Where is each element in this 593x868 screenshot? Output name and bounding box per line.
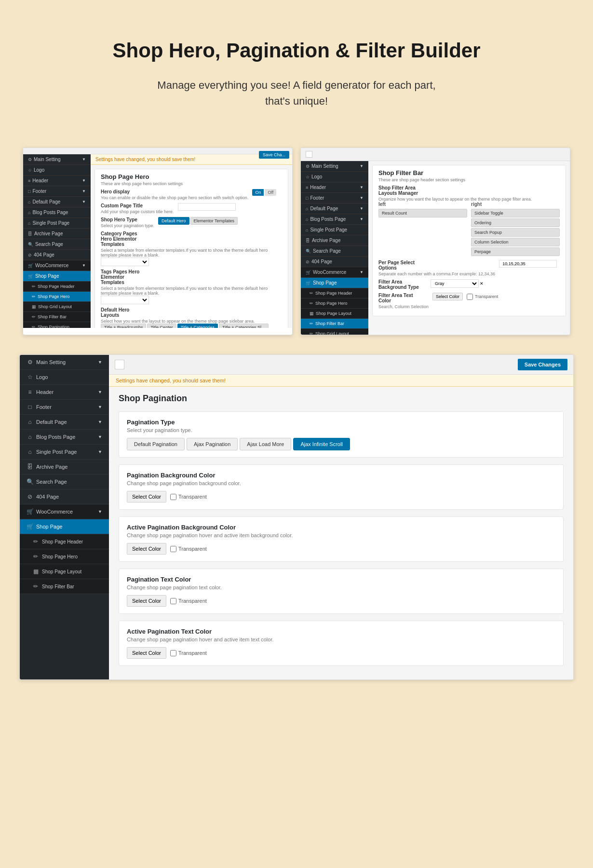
sidebar2-shop-layout[interactable]: ▦ Shop Page Layout [301, 309, 368, 319]
sidebar2-default-page[interactable]: ⌂ Default Page ▼ [301, 203, 368, 214]
sidebar2-archive[interactable]: 🗄 Archive Page [301, 235, 368, 246]
sidebar2-single-post[interactable]: ⌂ Single Post Page [301, 225, 368, 235]
panel-right-body: ⚙ Main Setting ▼ ☆ Logo ≡ Header ▼ □ Foo… [301, 161, 570, 335]
edit-icon: ✏ [310, 291, 313, 296]
bottom-sidebar-shop-filter[interactable]: ✏ Shop Filter Bar [20, 579, 109, 594]
pagination-bg-select-color-btn[interactable]: Select Color [127, 491, 166, 502]
filter-column-selection[interactable]: Column Selection [471, 238, 560, 246]
bottom-sidebar-main-setting[interactable]: ⚙ Main Setting ▼ [20, 355, 109, 370]
filter-ordering[interactable]: Ordering [471, 218, 560, 227]
bottom-sidebar-shop-layout[interactable]: ▦ Shop Page Layout [20, 564, 109, 579]
per-page-input[interactable] [499, 260, 557, 268]
panel-left-topbar: Save Cha... [23, 148, 292, 154]
sidebar-shop-pagination[interactable]: ✏ Shop Pagination [23, 322, 91, 328]
filter-result-count[interactable]: Result Count [378, 209, 467, 217]
filter-search-popup[interactable]: Search Popup [471, 228, 560, 237]
sidebar-shop-hero[interactable]: ✏ Shop Page Hero [23, 292, 91, 302]
toggle-on[interactable]: On [252, 189, 264, 196]
sidebar-single-post[interactable]: ⌂ Single Post Page [23, 218, 91, 229]
sidebar2-shop-page[interactable]: 🛒 Shop Page [301, 278, 368, 288]
sidebar-shop-header[interactable]: ✏ Shop Page Header [23, 282, 91, 292]
sidebar-shop-layout[interactable]: ▦ Shop Grid Layout [23, 302, 91, 312]
category-templates-select[interactable] [101, 258, 149, 266]
pagination-text-transparent-check[interactable] [170, 598, 176, 604]
sidebar-logo[interactable]: ☆ Logo [23, 165, 91, 176]
active-pagination-bg-select-color-btn[interactable]: Select Color [127, 543, 166, 555]
sidebar-404[interactable]: ⊘ 404 Page [23, 250, 91, 260]
tags-templates-select[interactable] [101, 296, 149, 304]
sidebar-footer[interactable]: □ Footer ▼ [23, 186, 91, 197]
sidebar2-404[interactable]: ⊘ 404 Page [301, 257, 368, 267]
ajax-pagination-btn[interactable]: Ajax Pagination [187, 438, 238, 450]
sidebar-main-setting[interactable]: ⚙ Main Setting ▼ [23, 154, 91, 165]
sidebar2-footer[interactable]: □ Footer ▼ [301, 193, 368, 203]
home-icon: ⌂ [27, 434, 33, 440]
bottom-sidebar-shop-header[interactable]: ✏ Shop Page Header [20, 534, 109, 549]
filter-sidebar-toggle[interactable]: Sidebar Toggle [471, 209, 560, 217]
elementor-templates-btn[interactable]: Elementor Templates [190, 217, 238, 225]
sidebar-blog-posts[interactable]: ⌂ Blog Posts Page [23, 207, 91, 218]
bottom-sidebar-single-post[interactable]: ⌂ Single Post Page ▼ [20, 445, 109, 460]
bottom-sidebar-shop-hero[interactable]: ✏ Shop Page Hero [20, 549, 109, 564]
bottom-sidebar-shop-page[interactable]: 🛒 Shop Page [20, 519, 109, 534]
sidebar2-shop-filter[interactable]: ✏ Shop Filter Bar [301, 319, 368, 329]
default-pagination-btn[interactable]: Default Pagination [127, 438, 185, 450]
bottom-save-btn[interactable]: Save Changes [518, 359, 567, 370]
bottom-sidebar-default-page[interactable]: ⌂ Default Page ▼ [20, 415, 109, 430]
select-x-btn[interactable]: ✕ [480, 281, 484, 286]
title-center-btn[interactable]: Title Center [147, 324, 176, 328]
bottom-sidebar-search[interactable]: 🔍 Search Page [20, 475, 109, 489]
sidebar-search[interactable]: 🔍 Search Page [23, 239, 91, 250]
pagination-text-transparent-label: Transparent [170, 598, 207, 604]
active-pagination-bg-transparent-check[interactable] [170, 546, 176, 552]
per-page-label-block: Per Page Select Options Separate each nu… [378, 260, 495, 276]
bottom-sidebar-header[interactable]: ≡ Header ▼ [20, 385, 109, 400]
toggle-off[interactable]: Off [265, 189, 276, 196]
menu-icon: ≡ [27, 389, 33, 395]
sidebar-shop-page[interactable]: 🛒 Shop Page [23, 271, 91, 282]
custom-title-input[interactable] [178, 203, 236, 211]
bottom-sidebar-footer[interactable]: □ Footer ▼ [20, 400, 109, 415]
sidebar-header[interactable]: ≡ Header ▼ [23, 176, 91, 186]
sidebar-woocommerce[interactable]: 🛒 WooCommerce ▼ [23, 260, 91, 271]
filter-text-transparent-check[interactable] [467, 294, 473, 300]
sidebar-shop-filter[interactable]: ✏ Shop Filter Bar [23, 312, 91, 322]
filter-text-select-color-btn[interactable]: Select Color [432, 293, 463, 300]
bottom-sidebar-archive[interactable]: 🗄 Archive Page [20, 460, 109, 475]
sidebar2-shop-header[interactable]: ✏ Shop Page Header [301, 288, 368, 298]
sidebar2-blog-posts[interactable]: ⌂ Blog Posts Page ▼ [301, 214, 368, 225]
hero-display-toggle[interactable]: On Off [252, 189, 276, 196]
title-categories-sl-btn[interactable]: Title + Categories Sl... [219, 324, 268, 328]
sidebar2-shop-hero[interactable]: ✏ Shop Page Hero [301, 298, 368, 309]
default-hero-btn[interactable]: Default Hero [158, 217, 189, 225]
pagination-text-select-color-btn[interactable]: Select Color [127, 595, 166, 607]
sidebar-archive[interactable]: 🗄 Archive Page [23, 229, 91, 239]
active-pagination-text-transparent-check[interactable] [170, 650, 176, 656]
panel-left-save-btn[interactable]: Save Cha... [259, 151, 289, 159]
bottom-sidebar-404[interactable]: ⊘ 404 Page [20, 489, 109, 504]
title-categories-btn[interactable]: Title + Categories [177, 324, 218, 328]
pagination-bg-transparent-check[interactable] [170, 494, 176, 500]
sidebar2-search[interactable]: 🔍 Search Page [301, 246, 368, 257]
filter-bg-type-select[interactable]: Gray [431, 279, 479, 288]
filter-text-color-label-block: Filter Area Text Color Search, Column Se… [378, 293, 429, 309]
sidebar2-header[interactable]: ≡ Header ▼ [301, 182, 368, 193]
sidebar2-woocommerce[interactable]: 🛒 WooCommerce ▼ [301, 267, 368, 278]
filter-text-transparent-label: Transparent [467, 294, 498, 300]
active-pagination-text-select-color-btn[interactable]: Select Color [127, 647, 166, 659]
sidebar2-logo[interactable]: ☆ Logo [301, 172, 368, 182]
filter-perpage[interactable]: Perpage [471, 247, 560, 256]
bottom-sidebar-blog-posts[interactable]: ⌂ Blog Posts Page ▼ [20, 430, 109, 445]
sidebar-default-page[interactable]: ⌂ Default Page ▼ [23, 197, 91, 207]
active-pagination-bg-color-label: Active Pagination Background Color [127, 524, 555, 531]
sidebar2-main-setting[interactable]: ⚙ Main Setting ▼ [301, 161, 368, 172]
ajax-load-more-btn[interactable]: Ajax Load More [240, 438, 291, 450]
bottom-sidebar-logo[interactable]: ☆ Logo [20, 370, 109, 385]
star-icon: ☆ [27, 374, 33, 380]
title-breadcrumbs-btn[interactable]: Title + Breadcrumbs [101, 324, 146, 328]
ajax-infinite-scroll-btn[interactable]: Ajax Infinite Scroll [293, 438, 350, 450]
edit-icon: ✏ [310, 321, 313, 326]
gear-icon: ⚙ [306, 164, 310, 169]
bottom-sidebar-woocommerce[interactable]: 🛒 WooCommerce ▼ [20, 504, 109, 519]
sidebar2-shop-grid[interactable]: ✏ Shop Grid Layout [301, 329, 368, 335]
